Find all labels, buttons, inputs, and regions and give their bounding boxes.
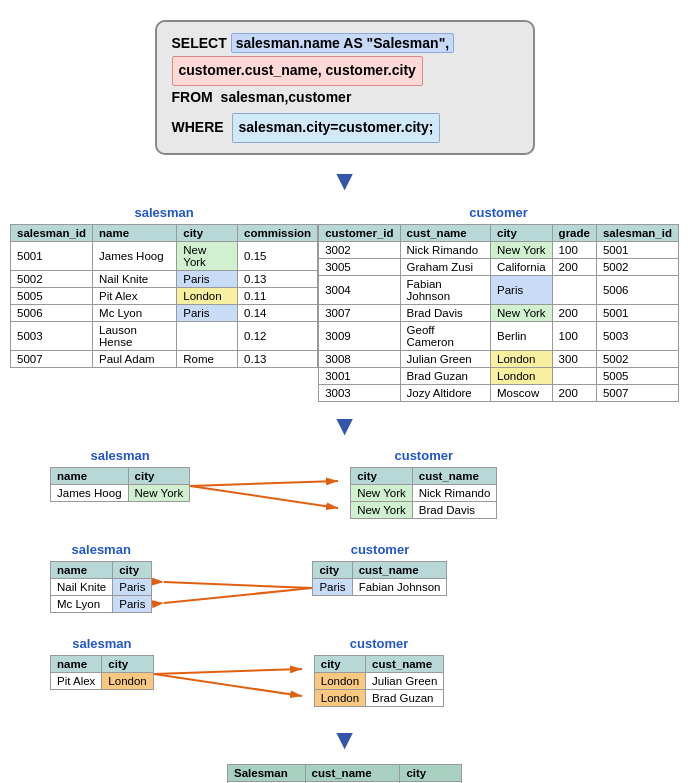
- cust-header-grade: grade: [552, 225, 596, 242]
- cust-header-salesman: salesman_id: [596, 225, 678, 242]
- select-keyword: SELECT: [172, 35, 227, 51]
- where-highlight: salesman.city=customer.city;: [232, 113, 441, 143]
- table-row: James Hoog New York: [51, 485, 190, 502]
- cust-header-id: customer_id: [319, 225, 400, 242]
- table-row: 3002Nick RimandoNew York1005001: [319, 242, 679, 259]
- mid-section: salesman name city James Hoog New York: [20, 448, 669, 714]
- svg-line-1: [190, 481, 338, 486]
- table-row: Pit Alex London: [51, 673, 154, 690]
- table-row: 3009Geoff CameronBerlin1005003: [319, 322, 679, 351]
- table-row: 5003Lauson Hense0.12: [11, 322, 318, 351]
- salesman-section: salesman salesman_id name city commissio…: [10, 205, 318, 368]
- sql-box: SELECT salesman.name AS "Salesman", cust…: [155, 20, 535, 155]
- table-row: New York Nick Rimando: [351, 485, 497, 502]
- customer-mini-1: customer city cust_name New York Nick Ri…: [350, 448, 497, 519]
- customer-mini-3: customer city cust_name London Julian Gr…: [314, 636, 445, 707]
- mid-group-3: salesman name city Pit Alex London: [20, 636, 669, 714]
- customer-mini-2: customer city cust_name Paris Fabian Joh…: [312, 542, 447, 596]
- result-header-salesman: Salesman: [228, 765, 306, 782]
- where-keyword: WHERE: [172, 119, 224, 135]
- svg-line-2: [190, 486, 338, 508]
- table-row: Paris Fabian Johnson: [313, 579, 447, 596]
- salesman-mini-2: salesman name city Nail Knite Paris Mc L…: [50, 542, 152, 613]
- result-section: Salesman cust_name city James HoogBrad D…: [10, 764, 679, 783]
- select-red: customer.cust_name, customer.city: [172, 56, 423, 86]
- cust-header-city: city: [491, 225, 553, 242]
- svg-line-7: [154, 669, 302, 674]
- arrows-group1: [190, 466, 350, 526]
- customer-title: customer: [469, 205, 528, 220]
- salesman-header-id: salesman_id: [11, 225, 93, 242]
- table-row: Nail Knite Paris: [51, 579, 152, 596]
- from-rest: salesman,customer: [221, 89, 352, 105]
- table-row: 3001Brad GuzanLondon5005: [319, 368, 679, 385]
- salesman-title: salesman: [134, 205, 193, 220]
- result-header-custname: cust_name: [305, 765, 400, 782]
- from-keyword: FROM: [172, 89, 213, 105]
- table-row: New York Brad Davis: [351, 502, 497, 519]
- result-header-city: city: [400, 765, 462, 782]
- table-row: London Brad Guzan: [314, 690, 444, 707]
- table-row: 5002Nail KniteParis0.13: [11, 271, 318, 288]
- svg-line-8: [154, 674, 302, 696]
- salesman-header-name: name: [93, 225, 177, 242]
- svg-line-5: [164, 588, 312, 603]
- mid-group-1: salesman name city James Hoog New York: [20, 448, 669, 526]
- cust-header-name: cust_name: [400, 225, 490, 242]
- top-tables-section: salesman salesman_id name city commissio…: [10, 205, 679, 402]
- select-highlight: salesman.name AS "Salesman",: [231, 33, 455, 53]
- arrow-down-1: ▼: [10, 165, 679, 197]
- table-row: 5007Paul AdamRome0.13: [11, 351, 318, 368]
- customer-section: customer customer_id cust_name city grad…: [318, 205, 679, 402]
- salesman-header-commission: commission: [238, 225, 318, 242]
- svg-line-4: [164, 582, 312, 588]
- salesman-table: salesman_id name city commission 5001Jam…: [10, 224, 318, 368]
- table-row: 3007Brad DavisNew York2005001: [319, 305, 679, 322]
- mid-group-2: salesman name city Nail Knite Paris Mc L…: [20, 542, 669, 620]
- table-row: 5001James HoogNew York0.15: [11, 242, 318, 271]
- arrows-group2: [152, 560, 312, 620]
- table-row: 3003Jozy AltidoreMoscow2005007: [319, 385, 679, 402]
- salesman-mini-1: salesman name city James Hoog New York: [50, 448, 190, 502]
- table-row: London Julian Green: [314, 673, 444, 690]
- table-row: 3008Julian GreenLondon3005002: [319, 351, 679, 368]
- table-row: 3005Graham ZusiCalifornia2005002: [319, 259, 679, 276]
- result-table: Salesman cust_name city James HoogBrad D…: [227, 764, 462, 783]
- customer-table: customer_id cust_name city grade salesma…: [318, 224, 679, 402]
- arrow-down-3: ▼: [10, 724, 679, 756]
- arrow-down-2: ▼: [10, 410, 679, 442]
- arrows-group3: [154, 654, 314, 714]
- table-row: 5005Pit AlexLondon0.11: [11, 288, 318, 305]
- salesman-mini-3: salesman name city Pit Alex London: [50, 636, 154, 690]
- table-row: 3004Fabian JohnsonParis5006: [319, 276, 679, 305]
- salesman-header-city: city: [177, 225, 238, 242]
- table-row: 5006Mc LyonParis0.14: [11, 305, 318, 322]
- table-row: Mc Lyon Paris: [51, 596, 152, 613]
